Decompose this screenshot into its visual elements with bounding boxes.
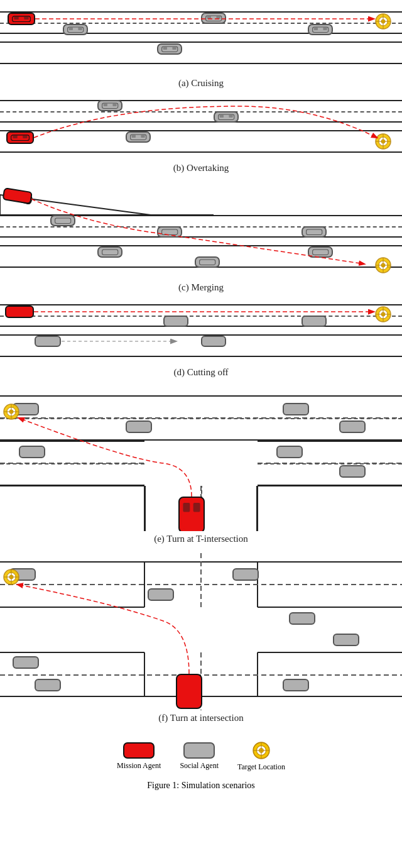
svg-rect-42	[55, 218, 70, 223]
caption-a: (a) Cruising	[0, 75, 402, 94]
svg-rect-7	[207, 16, 210, 19]
caption-e: (e) Turn at T-intersection	[0, 531, 402, 549]
social-agent-car	[97, 100, 122, 111]
social-agent-car	[157, 226, 182, 238]
scenario-c: (c) Merging	[0, 182, 402, 298]
mission-agent-car	[8, 13, 35, 25]
svg-rect-44	[306, 229, 322, 234]
svg-rect-14	[172, 47, 176, 50]
svg-rect-8	[216, 16, 220, 19]
scenario-f: (f) Turn at intersection	[0, 553, 402, 728]
social-agent-car	[163, 316, 188, 327]
social-agent-car	[201, 336, 226, 347]
target-location	[3, 568, 20, 586]
social-agent-car	[276, 446, 303, 458]
svg-rect-26	[112, 104, 116, 106]
social-agent-car	[339, 465, 366, 478]
legend-target-label: Target Location	[237, 762, 285, 772]
svg-rect-25	[103, 104, 107, 106]
svg-rect-22	[13, 135, 17, 138]
caption-f: (f) Turn at intersection	[0, 710, 402, 728]
svg-rect-29	[229, 115, 232, 118]
social-agent-car	[308, 246, 333, 258]
svg-rect-5	[78, 28, 82, 30]
svg-rect-10	[313, 28, 317, 30]
social-agent-car	[97, 246, 122, 258]
social-agent-car	[19, 446, 45, 458]
legend-target: Target Location	[237, 741, 285, 772]
social-agent-car	[157, 43, 182, 55]
svg-rect-1	[14, 16, 18, 19]
figure-caption: Figure 1: Simulation scenarios	[0, 776, 402, 796]
social-agent-car	[214, 111, 239, 123]
svg-rect-47	[199, 260, 215, 265]
social-agent-car	[283, 403, 309, 415]
scenario-e: (e) Turn at T-intersection	[0, 387, 402, 549]
social-agent-car	[195, 256, 220, 268]
svg-rect-4	[68, 28, 72, 30]
svg-rect-46	[312, 250, 328, 255]
target-location	[3, 403, 20, 420]
social-agent-car	[126, 420, 152, 433]
social-agent-car	[333, 634, 359, 646]
mission-agent-car	[176, 674, 202, 709]
legend-mission-label: Mission Agent	[117, 761, 161, 771]
scenario-a: (a) Cruising	[0, 6, 402, 94]
social-agent-car	[35, 336, 61, 347]
social-agent-car	[201, 13, 226, 24]
social-agent-car	[232, 568, 259, 581]
svg-rect-11	[323, 28, 327, 30]
target-location	[374, 305, 392, 323]
caption-d: (d) Cutting off	[0, 365, 402, 383]
scenario-b: (b) Overtaking	[0, 97, 402, 179]
svg-rect-2	[24, 16, 28, 19]
legend-social-agent: Social Agent	[180, 742, 219, 771]
svg-rect-23	[23, 135, 27, 138]
mission-agent-car	[178, 497, 205, 531]
main-container: (a) Cruising	[0, 0, 402, 802]
social-agent-car	[302, 316, 327, 327]
svg-rect-71	[183, 503, 190, 512]
legend-social-label: Social Agent	[180, 761, 219, 771]
social-agent-car	[283, 679, 309, 691]
legend-mission-agent: Mission Agent	[117, 742, 161, 771]
target-location	[374, 256, 392, 274]
mission-agent-car	[5, 305, 34, 318]
svg-rect-32	[141, 135, 144, 138]
social-agent-car	[13, 656, 39, 669]
legend: Mission Agent Social Agent Target Locati…	[0, 732, 402, 776]
svg-rect-43	[161, 229, 177, 234]
target-location	[374, 13, 392, 30]
mission-agent-car	[6, 131, 34, 144]
target-location	[374, 133, 392, 150]
caption-c: (c) Merging	[0, 280, 402, 298]
svg-rect-28	[219, 115, 223, 118]
svg-rect-13	[163, 47, 166, 50]
caption-b: (b) Overtaking	[0, 160, 402, 179]
svg-rect-72	[193, 503, 200, 512]
social-agent-car	[302, 226, 327, 238]
social-agent-car	[289, 612, 315, 625]
social-agent-car	[50, 215, 75, 226]
social-agent-car	[308, 24, 333, 35]
svg-rect-31	[131, 135, 135, 138]
social-agent-car	[126, 131, 151, 143]
social-agent-car	[339, 420, 366, 433]
scenario-d: (d) Cutting off	[0, 302, 402, 383]
social-agent-car	[63, 24, 88, 35]
svg-rect-45	[102, 250, 117, 255]
social-agent-car	[35, 679, 61, 691]
social-agent-car	[148, 588, 174, 601]
